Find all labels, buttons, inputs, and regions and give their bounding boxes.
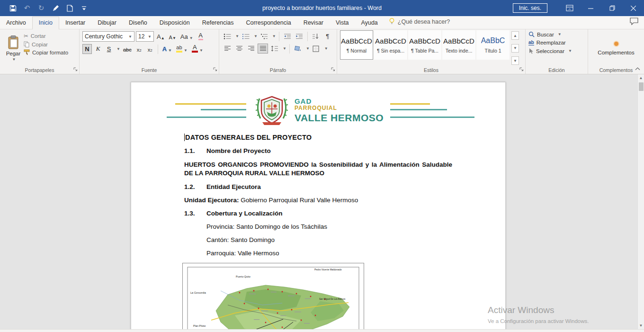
- minimize-button[interactable]: [580, 0, 601, 16]
- shading-button[interactable]: [293, 44, 303, 54]
- sort-button[interactable]: [311, 31, 321, 41]
- align-right-button[interactable]: [246, 44, 256, 54]
- align-left-button[interactable]: [222, 44, 233, 54]
- tab-inicio[interactable]: Inicio: [32, 17, 59, 29]
- decrease-indent-button[interactable]: [282, 31, 293, 41]
- font-size-combo[interactable]: 12 ▼: [136, 31, 154, 42]
- justify-button[interactable]: [258, 44, 268, 54]
- multilevel-list-button[interactable]: [259, 31, 269, 41]
- vertical-scrollbar[interactable]: ▲ ▼: [637, 74, 644, 329]
- new-document-icon[interactable]: [63, 0, 77, 16]
- complementos-button[interactable]: Complementos: [591, 31, 641, 66]
- chevron-down-icon[interactable]: ▼: [254, 34, 258, 38]
- tab-ayuda[interactable]: Ayuda: [355, 17, 384, 29]
- tab-disposicion[interactable]: Disposición: [153, 17, 196, 29]
- scroll-up-icon[interactable]: ▲: [638, 74, 644, 81]
- strikethrough-button[interactable]: abc: [122, 44, 133, 54]
- redo-icon[interactable]: ↻: [34, 0, 48, 16]
- canton-line[interactable]: Cantón: Santo Domingo: [206, 236, 452, 243]
- tab-revisar[interactable]: Revisar: [297, 17, 330, 29]
- bold-button[interactable]: N: [82, 44, 92, 54]
- tell-me-label: ¿Qué desea hacer?: [398, 18, 450, 25]
- maximize-restore-button[interactable]: [601, 0, 623, 16]
- align-center-button[interactable]: [234, 44, 244, 54]
- select-button[interactable]: Seleccionar ▼: [528, 48, 585, 54]
- highlight-color-button[interactable]: ab▼: [175, 44, 189, 54]
- ribbon-display-options-icon[interactable]: [559, 0, 580, 16]
- font-color-button[interactable]: A▼: [190, 44, 205, 54]
- format-painter-button[interactable]: Copiar formato: [24, 49, 68, 55]
- change-case-button[interactable]: Aa▼: [179, 32, 195, 42]
- underline-button[interactable]: S: [104, 44, 114, 54]
- executing-entity-paragraph[interactable]: Unidad Ejecutora: Gobierno Parroquial Ru…: [184, 197, 452, 204]
- style-sin-espaciado[interactable]: AaBbCcD ¶ Sin espa...: [374, 30, 407, 60]
- parroquia-line[interactable]: Parroquia: Valle Hermoso: [206, 250, 452, 257]
- font-name-combo[interactable]: Century Gothic ▼: [82, 31, 134, 42]
- clear-formatting-button[interactable]: A: [196, 32, 206, 42]
- line-spacing-button[interactable]: [269, 44, 280, 54]
- customize-qat-icon[interactable]: [77, 0, 91, 16]
- save-icon[interactable]: [6, 0, 20, 16]
- shrink-font-button[interactable]: A▼: [168, 32, 178, 42]
- chevron-down-icon[interactable]: ▼: [283, 46, 286, 51]
- cut-button[interactable]: ✂ Cortar: [24, 33, 68, 39]
- replace-button[interactable]: ab Reemplazar: [528, 40, 585, 45]
- scroll-down-icon[interactable]: ▼: [638, 322, 644, 329]
- section-1-2[interactable]: 1.2. Entidad Ejecutora: [184, 183, 452, 190]
- show-paragraph-marks-button[interactable]: ¶: [322, 31, 333, 41]
- tab-vista[interactable]: Vista: [330, 17, 355, 29]
- close-button[interactable]: [623, 0, 644, 16]
- style-normal[interactable]: AaBbCcD ¶ Normal: [340, 30, 373, 60]
- comment-icon[interactable]: [630, 18, 638, 27]
- tell-me-box[interactable]: ¿Qué desea hacer?: [384, 15, 455, 29]
- provincia-line[interactable]: Provincia: Santo Domingo de los Tsáchila…: [206, 223, 452, 230]
- style-table-paragraph[interactable]: AaBbCcD ¶ Table Pa...: [408, 30, 441, 60]
- dialog-launcher-icon[interactable]: [213, 67, 217, 72]
- increase-indent-button[interactable]: [294, 31, 304, 41]
- copy-button[interactable]: Copiar: [24, 41, 68, 47]
- map-graphic: Puerto Quito Pedro Vicente Maldonado La …: [183, 263, 364, 329]
- map-image[interactable]: Puerto Quito Pedro Vicente Maldonado La …: [182, 263, 364, 329]
- chevron-down-icon[interactable]: ▼: [272, 34, 276, 38]
- tab-correspondencia[interactable]: Correspondencia: [240, 17, 297, 29]
- chevron-down-icon[interactable]: ▼: [235, 34, 239, 38]
- styles-scroll-up[interactable]: ▲: [511, 31, 519, 40]
- project-name-paragraph[interactable]: HUERTOS ORGANICOS PROMOVIENDO la Sosteni…: [184, 161, 452, 178]
- scrollbar-thumb[interactable]: [639, 82, 644, 91]
- doc-heading[interactable]: DATOS GENERALES DEL PROYECTO: [184, 134, 452, 141]
- collapse-ribbon-icon[interactable]: [635, 64, 640, 72]
- grow-font-button[interactable]: A▲: [155, 32, 166, 42]
- undo-icon[interactable]: ↶: [20, 0, 34, 16]
- borders-button[interactable]: [311, 44, 322, 54]
- bullets-button[interactable]: [222, 31, 233, 41]
- tab-diseno[interactable]: Diseño: [123, 17, 153, 29]
- text-effects-button[interactable]: A▼: [161, 44, 173, 54]
- dialog-launcher-icon[interactable]: [73, 67, 78, 72]
- map-label-puerto-quito: Puerto Quito: [236, 275, 250, 278]
- dialog-launcher-icon[interactable]: [519, 67, 524, 72]
- tab-dibujar[interactable]: Dibujar: [91, 17, 123, 29]
- style-titulo-1[interactable]: AaBbC Título 1: [476, 30, 510, 60]
- section-1-3[interactable]: 1.3. Cobertura y Localización: [184, 210, 452, 217]
- tab-referencias[interactable]: Referencias: [196, 17, 240, 29]
- tab-archivo[interactable]: Archivo: [0, 17, 32, 29]
- chevron-down-icon[interactable]: ▼: [306, 46, 310, 51]
- superscript-button[interactable]: x2: [145, 44, 155, 54]
- section-1-1[interactable]: 1.1. Nombre del Proyecto: [184, 147, 452, 154]
- quick-access-toolbar: ↶ ↻: [0, 0, 91, 16]
- style-texto-independiente[interactable]: AaBbCcD Texto inde...: [442, 30, 475, 60]
- sign-in-button[interactable]: Inic. ses.: [513, 3, 547, 13]
- dialog-launcher-icon[interactable]: [331, 67, 335, 72]
- document-page[interactable]: GAD PARROQUIAL VALLE HERMOSO DATOS GENER…: [131, 82, 506, 329]
- chevron-down-icon[interactable]: ▼: [116, 47, 120, 51]
- paste-button[interactable]: Pegar ▼: [3, 31, 24, 66]
- find-button[interactable]: Buscar ▼: [528, 31, 585, 37]
- chevron-down-icon[interactable]: ▼: [324, 46, 328, 51]
- subscript-button[interactable]: x2: [134, 44, 144, 54]
- tab-insertar[interactable]: Insertar: [59, 17, 91, 29]
- numbering-button[interactable]: [241, 31, 251, 41]
- styles-gallery-more[interactable]: ▼: [511, 56, 519, 65]
- styles-scroll-down[interactable]: ▼: [511, 44, 519, 53]
- italic-button[interactable]: K: [93, 44, 103, 54]
- ink-pen-icon[interactable]: [48, 0, 63, 16]
